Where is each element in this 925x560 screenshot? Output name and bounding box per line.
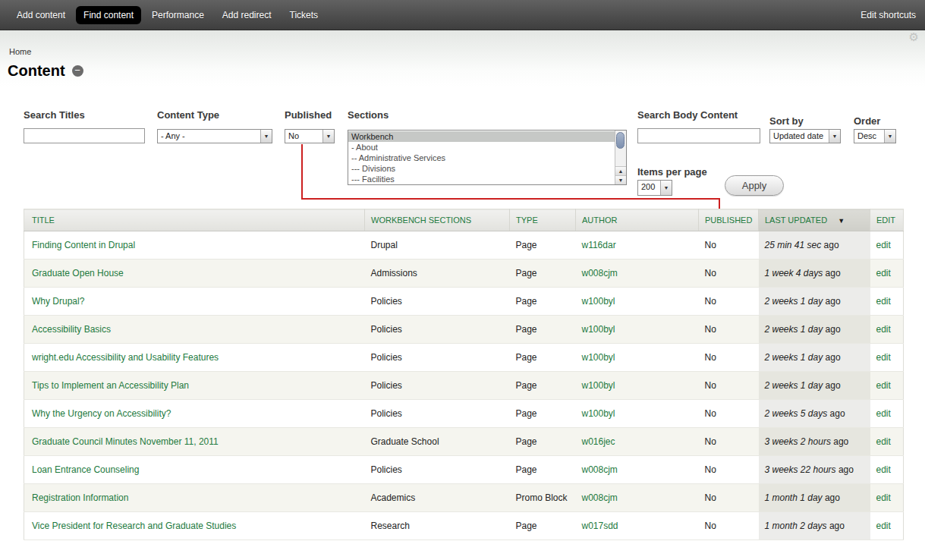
workbench-section-cell: Policies: [365, 344, 510, 372]
last-updated-cell: 2 weeks 5 days ago: [759, 400, 870, 428]
author-link[interactable]: w016jec: [582, 436, 615, 447]
sections-option[interactable]: --- Facilities: [348, 174, 615, 184]
edit-shortcuts-link[interactable]: Edit shortcuts: [861, 10, 916, 20]
items-per-page-select[interactable]: 200 ▼: [637, 180, 672, 196]
content-title-link[interactable]: Why Drupal?: [32, 296, 84, 307]
content-filters: Search Titles Content Type - Any - ▼ Pub…: [0, 87, 925, 209]
last-updated-cell: 25 min 41 sec ago: [759, 231, 870, 260]
edit-link[interactable]: edit: [876, 408, 891, 419]
last-updated-cell: 2 weeks 1 day ago: [759, 316, 870, 344]
published-cell: No: [699, 484, 759, 512]
title-cell: Why the Urgency on Accessibility?: [24, 400, 365, 428]
edit-cell: edit: [870, 428, 904, 456]
last-updated-duration: 2 weeks 1 day: [765, 296, 823, 307]
last-updated-suffix: ago: [823, 268, 840, 278]
sections-option[interactable]: --- Divisions: [348, 163, 615, 174]
items-per-page-label: Items per page: [637, 166, 707, 178]
author-cell: w008cjm: [576, 484, 699, 512]
content-title-link[interactable]: Graduate Open House: [32, 268, 124, 278]
content-title-link[interactable]: Loan Entrance Counseling: [32, 464, 139, 475]
table-row: Tips to Implement an Accessibility Plan …: [24, 372, 904, 400]
author-link[interactable]: w017sdd: [582, 521, 618, 531]
search-body-input[interactable]: [637, 128, 760, 143]
column-header-published[interactable]: PUBLISHED: [699, 209, 759, 231]
author-link[interactable]: w008cjm: [582, 464, 618, 475]
table-row: Why the Urgency on Accessibility? Polici…: [24, 400, 904, 428]
toolbar-item-find-content[interactable]: Find content: [76, 6, 141, 24]
edit-cell: edit: [870, 231, 904, 260]
sections-multiselect[interactable]: Workbench - About -- Administrative Serv…: [348, 130, 627, 185]
toolbar-item-performance[interactable]: Performance: [144, 6, 212, 24]
apply-button[interactable]: Apply: [725, 175, 784, 196]
author-cell: w017sdd: [576, 512, 699, 540]
column-header-type[interactable]: TYPE: [510, 209, 576, 231]
title-cell: Graduate Council Minutes November 11, 20…: [24, 428, 365, 456]
toolbar-item-tickets[interactable]: Tickets: [282, 6, 326, 24]
column-header-author[interactable]: AUTHOR: [576, 209, 699, 231]
toolbar-item-add-content[interactable]: Add content: [9, 6, 73, 24]
scroll-up-icon[interactable]: ▲: [615, 166, 626, 175]
last-updated-cell: 2 weeks 1 day ago: [759, 372, 870, 400]
published-select[interactable]: No ▼: [285, 129, 335, 143]
breadcrumb-home-link[interactable]: Home: [9, 47, 31, 56]
author-link[interactable]: w100byl: [582, 380, 615, 391]
content-title-link[interactable]: Accessibility Basics: [32, 324, 111, 335]
author-cell: w100byl: [576, 400, 699, 428]
author-cell: w016jec: [576, 428, 699, 456]
sections-option[interactable]: - About: [348, 142, 615, 153]
author-link[interactable]: w100byl: [582, 352, 615, 363]
sections-scrollbar[interactable]: ▲ ▼: [615, 131, 626, 184]
dropdown-arrow-icon: ▼: [884, 130, 895, 143]
content-type-select[interactable]: - Any - ▼: [157, 129, 272, 143]
title-cell: Graduate Open House: [24, 260, 365, 288]
content-title-link[interactable]: Tips to Implement an Accessibility Plan: [32, 380, 189, 391]
contextual-gear-icon[interactable]: ⚙: [909, 30, 919, 44]
column-header-last-updated[interactable]: LAST UPDATED▼: [759, 209, 870, 231]
edit-cell: edit: [870, 288, 904, 316]
edit-link[interactable]: edit: [876, 521, 891, 531]
scrollbar-thumb[interactable]: [616, 132, 625, 149]
author-link[interactable]: w008cjm: [582, 492, 618, 503]
column-header-title[interactable]: TITLE: [24, 209, 365, 231]
edit-link[interactable]: edit: [876, 492, 891, 503]
author-link[interactable]: w100byl: [582, 408, 615, 419]
search-titles-input[interactable]: [24, 128, 145, 143]
search-titles-label: Search Titles: [24, 109, 85, 121]
page-header: ⚙ Home Content −: [0, 30, 925, 87]
sections-option[interactable]: Workbench: [348, 131, 615, 142]
table-header-row: TITLE WORKBENCH SECTIONS TYPE AUTHOR PUB…: [24, 209, 904, 231]
edit-link[interactable]: edit: [876, 268, 891, 278]
last-updated-duration: 1 month 2 days: [765, 521, 827, 531]
author-link[interactable]: w008cjm: [582, 268, 618, 278]
edit-cell: edit: [870, 372, 904, 400]
author-link[interactable]: w100byl: [582, 324, 615, 335]
content-title-link[interactable]: Finding Content in Drupal: [32, 240, 135, 250]
last-updated-suffix: ago: [823, 352, 840, 363]
published-cell: No: [699, 372, 759, 400]
content-title-link[interactable]: Why the Urgency on Accessibility?: [32, 408, 171, 419]
edit-link[interactable]: edit: [876, 464, 891, 475]
column-header-edit: EDIT: [870, 209, 904, 231]
edit-link[interactable]: edit: [876, 240, 891, 250]
edit-link[interactable]: edit: [876, 436, 891, 447]
author-link[interactable]: w116dar: [582, 240, 616, 250]
edit-link[interactable]: edit: [876, 352, 891, 363]
edit-link[interactable]: edit: [876, 296, 891, 307]
content-title-link[interactable]: Vice President for Research and Graduate…: [32, 521, 236, 531]
remove-shortcut-icon[interactable]: −: [72, 65, 83, 77]
sort-by-select[interactable]: Updated date ▼: [769, 129, 841, 143]
sections-option[interactable]: -- Administrative Services: [348, 153, 615, 163]
edit-link[interactable]: edit: [876, 324, 891, 335]
published-cell: No: [699, 456, 759, 484]
scroll-down-icon[interactable]: ▼: [615, 175, 626, 184]
content-title-link[interactable]: Graduate Council Minutes November 11, 20…: [32, 436, 219, 447]
edit-cell: edit: [870, 344, 904, 372]
content-title-link[interactable]: Registration Information: [32, 492, 128, 503]
edit-link[interactable]: edit: [876, 380, 891, 391]
toolbar-item-add-redirect[interactable]: Add redirect: [215, 6, 279, 24]
content-title-link[interactable]: wright.edu Accessibility and Usability F…: [32, 352, 219, 363]
order-select[interactable]: Desc ▼: [854, 129, 896, 143]
last-updated-cell: 3 weeks 2 hours ago: [759, 428, 870, 456]
author-link[interactable]: w100byl: [582, 296, 615, 307]
workbench-section-cell: Policies: [365, 400, 510, 428]
